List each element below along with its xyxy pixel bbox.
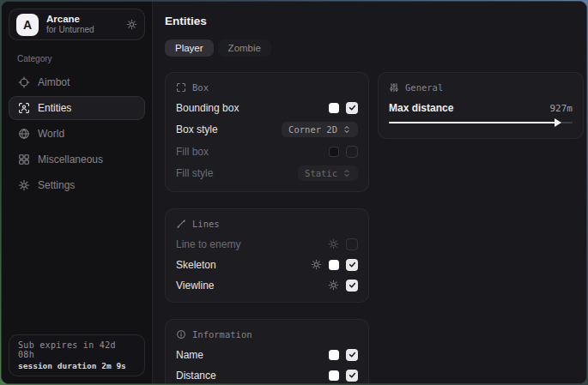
sidebar-item-label: World <box>38 128 64 140</box>
section-title: Box <box>192 82 209 93</box>
category-label: Category <box>17 54 136 63</box>
setting-row-distance: Distance <box>176 369 358 382</box>
checkbox-unchecked[interactable] <box>346 146 358 158</box>
left-column: Box Bounding box Box style <box>165 72 369 383</box>
setting-label: Skeleton <box>176 259 216 271</box>
setting-row-bounding-box: Bounding box <box>176 101 358 114</box>
entity-tabs: Player Zombie <box>165 39 574 57</box>
dropdown-value: Corner 2D <box>288 124 337 135</box>
setting-row-line-to-enemy: Line to enemy <box>176 238 358 250</box>
setting-label: Viewline <box>176 280 214 292</box>
gear-icon <box>18 179 30 191</box>
sidebar-item-aimbot[interactable]: Aimbot <box>9 70 145 94</box>
tab-player[interactable]: Player <box>165 39 214 57</box>
setting-row-viewline: Viewline <box>176 279 358 292</box>
fill-style-dropdown[interactable]: Static <box>298 165 358 181</box>
box-style-dropdown[interactable]: Corner 2D <box>282 122 358 137</box>
sidebar-item-label: Miscellaneous <box>38 153 103 165</box>
max-distance-slider[interactable] <box>389 117 573 128</box>
subscription-card: Sub expires in 42d 08h session duration … <box>9 334 145 376</box>
setting-row-box-style: Box style Corner 2D <box>176 122 358 137</box>
grid-icon <box>18 153 30 165</box>
slider-fill <box>389 122 559 123</box>
app-subtitle: for Unturned <box>46 25 118 35</box>
sliders-icon <box>389 82 399 93</box>
checkbox-checked[interactable] <box>346 259 358 271</box>
checkbox-checked[interactable] <box>346 349 358 361</box>
slider-handle[interactable] <box>555 118 561 127</box>
setting-label: Fill box <box>176 146 209 158</box>
box-section-header: Box <box>176 81 358 93</box>
diagonal-line-icon <box>176 219 186 229</box>
app-window: A Arcane for Unturned Category <box>1 1 587 384</box>
sidebar-item-settings[interactable]: Settings <box>9 173 145 197</box>
checkbox-checked[interactable] <box>346 370 358 382</box>
brand-card: A Arcane for Unturned <box>9 9 145 40</box>
general-card: General Max distance 927m <box>378 72 584 139</box>
color-swatch[interactable] <box>329 103 339 113</box>
setting-row-fill-style: Fill style Static <box>176 165 358 181</box>
lines-section-header: Lines <box>176 217 358 230</box>
main-panel: Entities Player Zombie Box <box>152 2 586 383</box>
app-name: Arcane <box>46 14 118 25</box>
sidebar-item-world[interactable]: World <box>9 122 145 146</box>
max-distance-row: Max distance 927m <box>389 102 573 114</box>
setting-label: Fill style <box>176 167 213 179</box>
gear-icon[interactable] <box>328 238 339 250</box>
sidebar-nav: Aimbot Entities <box>9 70 145 197</box>
setting-label: Distance <box>176 370 216 382</box>
unfold-icon <box>342 169 351 177</box>
sidebar-item-entities[interactable]: Entities <box>9 96 145 120</box>
color-swatch[interactable] <box>329 370 339 381</box>
color-swatch[interactable] <box>329 260 339 270</box>
color-swatch[interactable] <box>329 350 339 360</box>
section-title: Lines <box>192 219 220 229</box>
sidebar-item-miscellaneous[interactable]: Miscellaneous <box>9 147 145 171</box>
checkbox-checked[interactable] <box>346 102 358 114</box>
section-title: General <box>405 82 443 93</box>
color-swatch[interactable] <box>329 147 339 157</box>
gear-icon[interactable] <box>311 259 322 270</box>
section-title: Information <box>192 329 252 340</box>
setting-row-fill-box: Fill box <box>176 145 358 158</box>
gear-icon[interactable] <box>328 280 339 291</box>
unfold-icon <box>342 125 351 134</box>
sidebar-spacer <box>9 197 145 334</box>
checkbox-checked[interactable] <box>346 280 358 292</box>
page-title: Entities <box>165 15 574 27</box>
brand-text: Arcane for Unturned <box>46 14 118 35</box>
tab-zombie[interactable]: Zombie <box>218 39 271 57</box>
setting-row-name: Name <box>176 348 358 361</box>
brand-gear-icon[interactable] <box>126 19 137 30</box>
setting-label: Name <box>176 349 203 361</box>
box-corners-icon <box>176 82 186 93</box>
sidebar-item-label: Settings <box>38 179 75 191</box>
setting-row-skeleton: Skeleton <box>176 258 358 271</box>
general-section-header: General <box>389 81 573 93</box>
information-card: Information Name Distance <box>165 319 369 383</box>
session-duration-text: session duration 2m 9s <box>18 361 136 370</box>
entities-scan-icon <box>18 102 30 114</box>
sidebar: A Arcane for Unturned Category <box>2 2 152 383</box>
setting-label: Line to enemy <box>176 238 240 250</box>
setting-label: Box style <box>176 123 218 135</box>
right-column: General Max distance 927m <box>378 72 584 139</box>
lines-card: Lines Line to enemy Skeleton <box>165 208 369 303</box>
crosshair-icon <box>18 76 30 88</box>
sidebar-item-label: Aimbot <box>38 76 70 88</box>
info-circle-icon <box>176 329 186 340</box>
setting-label: Bounding box <box>176 102 239 114</box>
box-card: Box Bounding box Box style <box>165 72 369 192</box>
sub-expiry-text: Sub expires in 42d 08h <box>18 340 136 359</box>
app-logo: A <box>16 14 39 36</box>
globe-icon <box>18 128 30 140</box>
information-section-header: Information <box>176 328 358 340</box>
max-distance-value: 927m <box>550 103 573 114</box>
checkbox-unchecked[interactable] <box>346 238 358 250</box>
dropdown-value: Static <box>305 168 337 178</box>
content-columns: Box Bounding box Box style <box>165 72 574 383</box>
sidebar-item-label: Entities <box>38 102 71 114</box>
max-distance-label: Max distance <box>389 102 453 114</box>
